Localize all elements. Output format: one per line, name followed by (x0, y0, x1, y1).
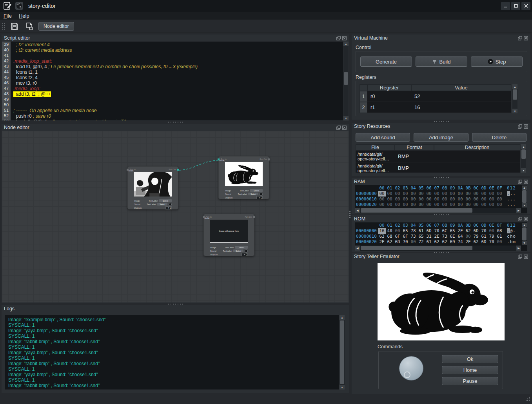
rom-hex-view[interactable]: 000102030405060708090A0B0C0D0E0F01200000… (355, 222, 527, 251)
select-image-button[interactable]: Select (250, 189, 263, 192)
splitter-handle[interactable] (167, 121, 183, 123)
ram-hscrollbar[interactable]: ◀ ▶ (355, 208, 521, 213)
float-panel-icon[interactable] (336, 126, 341, 130)
hex-byte[interactable]: 69 (448, 239, 456, 245)
node-editor-header[interactable]: Node editor (2, 124, 349, 131)
scroll-handle[interactable] (521, 149, 526, 159)
hex-byte[interactable]: 64 (456, 234, 464, 239)
step-button[interactable]: Step (471, 56, 523, 67)
hex-byte[interactable]: 00 (386, 202, 394, 207)
splitter-handle[interactable] (433, 120, 449, 122)
register-row[interactable]: 1 r0 52 (360, 91, 511, 102)
hex-byte[interactable]: 16 (378, 228, 386, 234)
close-panel-icon[interactable] (524, 217, 528, 221)
hex-byte[interactable]: 00 (448, 191, 456, 197)
resource-row[interactable]: /mnt/data/git/ open-story-tell… BMP (356, 162, 520, 173)
hex-byte[interactable]: 00 (448, 197, 456, 202)
rom-header[interactable]: ROM (352, 215, 530, 222)
delete-resource-button[interactable]: Delete (472, 133, 527, 142)
close-panel-icon[interactable] (342, 126, 347, 130)
close-panel-icon[interactable] (524, 255, 528, 259)
maximize-button[interactable] (511, 2, 520, 10)
select-sound-button[interactable]: Select (157, 203, 167, 206)
hex-byte[interactable]: 2E (464, 239, 472, 245)
hex-byte[interactable]: 65 (448, 228, 456, 234)
hex-byte[interactable]: 6D (480, 239, 488, 245)
close-panel-icon[interactable] (524, 36, 528, 40)
node-canvas[interactable]: Port In Node Port Out Image TextLabel Se… (2, 131, 349, 302)
hex-byte[interactable]: 00 (378, 191, 386, 197)
hex-byte[interactable]: 40 (386, 228, 394, 234)
rom-vscrollbar[interactable]: ▲ ▼ (522, 223, 527, 245)
ok-button[interactable]: Ok (442, 355, 498, 363)
hex-byte[interactable]: 00 (441, 191, 448, 197)
hex-byte[interactable]: 00 (488, 228, 496, 234)
port-out-connector[interactable] (253, 216, 255, 218)
float-panel-icon[interactable] (518, 124, 522, 129)
scroll-left-button[interactable]: ◀ (355, 246, 360, 251)
hex-byte[interactable]: 00 (394, 228, 401, 234)
scroll-handle[interactable] (361, 246, 472, 250)
outputs-spinner[interactable]: 4 ▲▼ (241, 253, 248, 256)
hex-byte[interactable]: 72 (417, 239, 425, 245)
media-node-empty[interactable]: Port In Node Port Out Image will appear … (203, 214, 254, 256)
scroll-handle[interactable] (522, 227, 527, 240)
scroll-handle[interactable] (344, 72, 348, 85)
minimize-button[interactable] (501, 2, 510, 10)
save-button[interactable] (9, 21, 20, 31)
port-in-connector[interactable] (218, 158, 220, 160)
emulator-header[interactable]: Story Teller Emulator (352, 253, 530, 260)
hex-byte[interactable]: 68 (386, 234, 394, 239)
select-sound-button[interactable]: Select (248, 193, 258, 195)
logs-scrollbar[interactable]: ▲ ▼ (340, 315, 345, 389)
float-panel-icon[interactable] (518, 255, 522, 259)
hex-byte[interactable]: 00 (496, 191, 503, 197)
hex-byte[interactable]: 00 (386, 197, 394, 202)
hex-byte[interactable]: 70 (480, 228, 488, 234)
scroll-handle[interactable] (513, 89, 517, 100)
wheel-knob[interactable] (399, 356, 423, 380)
hex-byte[interactable]: 62 (472, 239, 480, 245)
hex-byte[interactable]: 00 (433, 202, 441, 207)
hex-byte[interactable]: 00 (472, 197, 480, 202)
hex-byte[interactable]: 79 (488, 234, 496, 239)
hex-byte[interactable]: 00 (425, 191, 433, 197)
hex-byte[interactable]: 00 (480, 202, 488, 207)
hex-byte[interactable]: 00 (496, 202, 503, 207)
scroll-right-button[interactable]: ▶ (516, 208, 521, 213)
hex-byte[interactable]: 00 (456, 197, 464, 202)
close-panel-icon[interactable] (524, 124, 528, 129)
hex-byte[interactable]: 00 (441, 202, 448, 207)
hex-byte[interactable]: 00 (409, 191, 417, 197)
menu-help[interactable]: Help (15, 12, 33, 20)
hex-byte[interactable]: 70 (488, 239, 496, 245)
ram-hex-view[interactable]: 000102030405060708090A0B0C0D0E0F01200000… (355, 185, 527, 213)
hex-byte[interactable]: 61 (496, 234, 503, 239)
float-panel-icon[interactable] (336, 36, 341, 40)
window-resize-grip[interactable] (524, 395, 530, 402)
outputs-spinner[interactable]: 4 ▲▼ (165, 206, 172, 209)
vm-header[interactable]: Virtual Machine (352, 35, 530, 42)
scroll-up-button[interactable]: ▲ (522, 223, 527, 227)
resource-row[interactable]: /mnt/data/git/ open-story-tell… BMP (356, 151, 520, 162)
play-sound-button[interactable] (245, 249, 248, 253)
hex-byte[interactable]: 00 (472, 191, 480, 197)
hex-byte[interactable]: 00 (433, 191, 441, 197)
hex-byte[interactable]: 73 (441, 234, 448, 239)
add-sound-button[interactable]: Add sound (356, 133, 410, 142)
hex-byte[interactable]: 00 (480, 197, 488, 202)
scroll-up-button[interactable]: ▲ (340, 315, 345, 320)
scroll-down-button[interactable]: ▼ (522, 203, 527, 207)
rom-hscrollbar[interactable]: ◀ ▶ (355, 246, 521, 251)
hex-byte[interactable]: 6F (394, 234, 401, 239)
hex-byte[interactable]: 00 (417, 191, 425, 197)
media-node-rabbit[interactable]: Port In Node Port Out Image TextLabel Se… (218, 156, 269, 199)
hex-byte[interactable]: 61 (480, 234, 488, 239)
hex-byte[interactable]: 00 (394, 202, 401, 207)
hex-byte[interactable]: 00 (378, 202, 386, 207)
port-out-connector[interactable] (268, 158, 270, 160)
hex-byte[interactable]: 00 (409, 202, 417, 207)
hex-byte[interactable]: 6C (441, 228, 448, 234)
hex-byte[interactable]: 6F (401, 234, 409, 239)
scroll-up-button[interactable]: ▲ (343, 42, 349, 46)
